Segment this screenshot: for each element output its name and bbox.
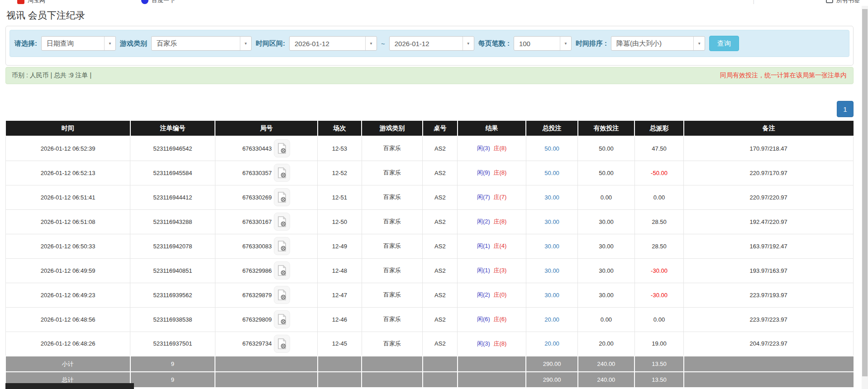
- sort-order-value: 降冪(由大到小): [611, 37, 693, 50]
- banker-result: 庄(8): [493, 169, 506, 176]
- empty-cell: [684, 372, 854, 388]
- col-header-7: 总投注: [526, 121, 577, 136]
- chevron-down-icon[interactable]: ▼: [365, 37, 377, 50]
- chevron-down-icon[interactable]: ▼: [104, 37, 115, 50]
- note-cell: 220.97/220.97: [684, 185, 854, 209]
- chevron-down-icon[interactable]: ▼: [240, 37, 251, 50]
- table-row: 2026-01-12 06:51:41 523116944412 6763302…: [6, 185, 854, 209]
- total-bet-cell: 30.00: [526, 258, 577, 283]
- clipped-bottom-element: [5, 383, 134, 389]
- total-bet-link[interactable]: 30.00: [544, 292, 559, 299]
- video-replay-button[interactable]: [274, 237, 290, 255]
- chevron-down-icon[interactable]: ▼: [463, 37, 474, 50]
- video-replay-button[interactable]: [274, 164, 290, 182]
- search-button[interactable]: 查询: [709, 36, 739, 51]
- time-cell: 2026-01-12 06:50:33: [6, 234, 130, 258]
- scrollbar[interactable]: [862, 6, 868, 389]
- query-type-select[interactable]: 日期查询 ▼: [41, 36, 116, 51]
- payout-cell: -30.00: [634, 258, 684, 283]
- video-replay-button[interactable]: [274, 188, 290, 206]
- result-cell: 闲(9) 庄(8): [458, 161, 526, 185]
- date-from-select[interactable]: 2026-01-12 ▼: [289, 36, 377, 51]
- page-button-1[interactable]: 1: [837, 101, 854, 117]
- page-title: 视讯 会员下注纪录: [6, 9, 868, 22]
- result-cell: 闲(2) 庄(0): [458, 283, 526, 307]
- empty-cell: [362, 356, 423, 372]
- total-bet-link[interactable]: 30.00: [544, 267, 559, 274]
- total-bet-link[interactable]: 30.00: [544, 243, 559, 250]
- player-result: 闲(2): [477, 218, 490, 225]
- table-no-cell: AS2: [423, 234, 458, 258]
- total-bet-link[interactable]: 20.00: [544, 340, 559, 347]
- subtotal-payout: 13.50: [634, 356, 684, 372]
- note-cell: 223.97/193.97: [684, 283, 854, 307]
- tilde-separator: ~: [381, 40, 385, 47]
- bookmark-taobao[interactable]: 淘宝网: [17, 0, 45, 5]
- page-size-select[interactable]: 100 ▼: [514, 36, 572, 51]
- time-cell: 2026-01-12 06:48:56: [6, 307, 130, 332]
- note-cell: 170.97/218.47: [684, 136, 854, 161]
- game-cell: 百家乐: [362, 283, 423, 307]
- total-bet-link[interactable]: 50.00: [544, 170, 559, 176]
- col-header-6: 结果: [458, 121, 526, 136]
- payout-cell: 28.50: [634, 209, 684, 234]
- video-replay-button[interactable]: [274, 335, 290, 353]
- all-bookmarks-button[interactable]: 所有书签: [836, 0, 860, 5]
- col-header-10: 备注: [684, 121, 854, 136]
- video-replay-button[interactable]: [274, 261, 290, 280]
- round-cell: 676330357: [215, 161, 318, 185]
- total-bet-cell: 20.00: [526, 307, 577, 332]
- table-no-cell: AS2: [423, 209, 458, 234]
- total-bet-link[interactable]: 20.00: [544, 316, 559, 323]
- game-category-select[interactable]: 百家乐 ▼: [151, 36, 252, 51]
- sort-order-select[interactable]: 降冪(由大到小) ▼: [611, 36, 705, 51]
- video-replay-icon: [277, 143, 286, 154]
- round-id: 676330269: [242, 194, 272, 201]
- page-size-value: 100: [514, 37, 560, 50]
- game-category-value: 百家乐: [152, 37, 240, 50]
- total-bet-link[interactable]: 50.00: [544, 145, 559, 152]
- bet-id-cell: 523116938538: [130, 307, 215, 332]
- subtotal-row: 小计 9 290.00 240.00 13.50: [6, 356, 854, 372]
- summary-bar: 币别 : 人民币 | 总共 :9 注单 | 同局有效投注，统一计算在该局第一张注…: [5, 67, 854, 84]
- game-category-label: 游戏类别: [120, 39, 147, 48]
- table-row: 2026-01-12 06:49:59 523116940851 6763299…: [6, 258, 854, 283]
- sort-order-label: 时间排序 :: [576, 39, 607, 48]
- total-bet-link[interactable]: 30.00: [544, 194, 559, 201]
- video-replay-button[interactable]: [274, 286, 290, 304]
- banker-result: 庄(0): [493, 291, 506, 298]
- result-cell: 闲(7) 庄(7): [458, 185, 526, 209]
- game-cell: 百家乐: [362, 185, 423, 209]
- table-row: 2026-01-12 06:48:56 523116938538 6763298…: [6, 307, 854, 332]
- video-replay-button[interactable]: [274, 213, 290, 231]
- time-range-label: 时间区间:: [256, 39, 285, 48]
- bet-id-cell: 523116939562: [130, 283, 215, 307]
- scrollbar-thumb[interactable]: [862, 9, 868, 376]
- chevron-down-icon[interactable]: ▼: [693, 37, 705, 50]
- result-cell: 闲(3) 庄(8): [458, 136, 526, 161]
- session-cell: 12-45: [318, 332, 362, 356]
- chevron-down-icon[interactable]: ▼: [560, 37, 571, 50]
- round-cell: 676329879: [215, 283, 318, 307]
- round-id: 676329986: [242, 267, 272, 274]
- result-cell: 闲(1) 庄(3): [458, 258, 526, 283]
- video-replay-icon: [277, 289, 286, 300]
- empty-cell: [215, 372, 318, 388]
- total-bet-link[interactable]: 30.00: [544, 218, 559, 225]
- video-replay-button[interactable]: [274, 310, 290, 328]
- video-replay-icon: [277, 241, 286, 251]
- date-from-value: 2026-01-12: [290, 37, 365, 50]
- result-cell: 闲(3) 庄(8): [458, 332, 526, 356]
- date-to-select[interactable]: 2026-01-12 ▼: [389, 36, 474, 51]
- total-bet-cell: 20.00: [526, 332, 577, 356]
- table-no-cell: AS2: [423, 136, 458, 161]
- filter-panel: 请选择: 日期查询 ▼ 游戏类别 百家乐 ▼ 时间区间: 2026-01-12 …: [5, 26, 854, 66]
- session-cell: 12-52: [318, 161, 362, 185]
- video-replay-button[interactable]: [274, 139, 290, 157]
- table-header-row: 时间注单编号局号场次游戏类别桌号结果总投注有效投注总派彩备注: [6, 121, 854, 136]
- time-cell: 2026-01-12 06:49:23: [6, 283, 130, 307]
- round-id: 676329809: [242, 316, 272, 323]
- round-id: 676330083: [242, 243, 272, 250]
- bookmark-baidu[interactable]: 百度一下: [141, 0, 175, 5]
- round-cell: 676330167: [215, 209, 318, 234]
